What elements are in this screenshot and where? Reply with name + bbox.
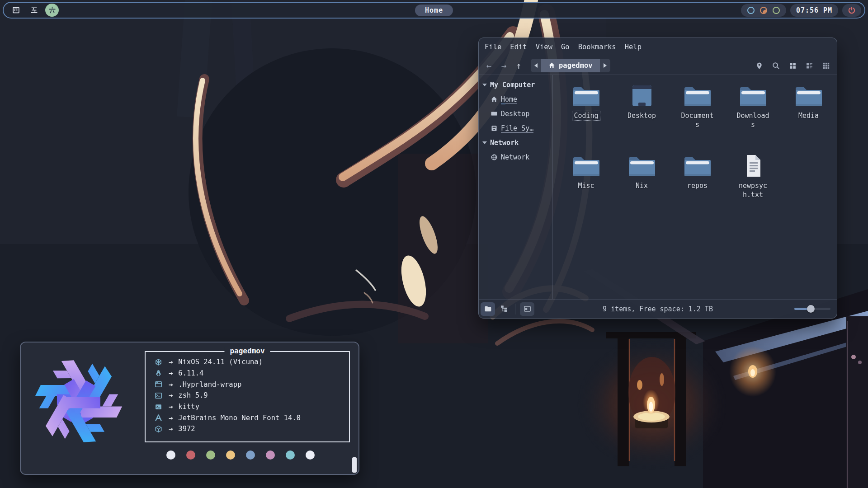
terminal-icon (155, 403, 162, 411)
menu-edit[interactable]: Edit (510, 43, 527, 51)
file-label: Media (797, 111, 821, 121)
up-button[interactable]: ↑ (511, 59, 526, 72)
file-item-newpsych-txt[interactable]: newpsych.txt (725, 148, 781, 218)
arrow-icon: → (169, 369, 173, 377)
workspace-5[interactable] (27, 4, 41, 17)
sidebar-item-home[interactable]: Home (479, 92, 552, 107)
menu-help[interactable]: Help (625, 43, 642, 51)
tree-view-icon (500, 305, 508, 313)
home-icon (548, 62, 555, 69)
folder-icon (684, 154, 712, 178)
menu-go[interactable]: Go (561, 43, 570, 51)
palette-dot-6 (286, 450, 295, 460)
panel-toggle-icon (524, 305, 531, 313)
workspace-4[interactable] (9, 4, 23, 17)
status-summary: 9 items, Free space: 1.2 TB (603, 305, 713, 313)
system-indicators[interactable] (741, 4, 786, 17)
fetch-line-os: → NixOS 24.11 (Vicuna) (153, 357, 345, 368)
places-pane-button[interactable] (481, 302, 495, 316)
folder-icon (739, 84, 767, 108)
location-button[interactable] (754, 60, 764, 71)
palette-dot-2 (206, 450, 215, 460)
workspace-switcher (9, 4, 59, 17)
sidebar-item-network[interactable]: Network (479, 150, 552, 164)
file-item-media[interactable]: Media (781, 78, 836, 148)
back-button[interactable]: ← (481, 59, 496, 72)
workspace-4-glyph (12, 6, 20, 14)
toolbar-view-controls (754, 56, 831, 75)
fetch-font-value: JetBrains Mono Nerd Font 14.0 (178, 414, 301, 422)
sidebar-item-label: Home (501, 95, 517, 104)
sidebar-section-network[interactable]: Network (479, 136, 552, 150)
fetch-line-terminal: → kitty (153, 401, 345, 413)
fetch-line-shell: → zsh 5.9 (153, 390, 345, 401)
file-label: Documents (678, 111, 717, 130)
menu-file[interactable]: File (485, 43, 501, 51)
shell-icon (155, 392, 162, 399)
breadcrumb-scroll-left[interactable] (531, 59, 541, 72)
menu-bookmarks[interactable]: Bookmarks (578, 43, 616, 51)
file-label: newpsych.txt (733, 181, 773, 200)
chevron-right-icon (604, 63, 607, 68)
sidebar-section-label: My Computer (490, 81, 535, 89)
terminal-scrollbar[interactable] (352, 457, 357, 473)
sidebar-section-my-computer[interactable]: My Computer (479, 78, 552, 92)
fetch-terminal-value: kitty (178, 403, 199, 411)
file-item-coding[interactable]: Coding (558, 78, 614, 148)
sidebar-item-file-system[interactable]: File Sy… (479, 121, 552, 136)
packages-icon (155, 425, 162, 433)
fetch-shell-value: zsh 5.9 (178, 391, 208, 399)
palette-dot-1 (186, 450, 195, 460)
expander-triangle-icon[interactable] (482, 84, 487, 86)
search-icon (772, 62, 780, 70)
palette-dot-7 (306, 450, 315, 460)
power-button[interactable] (842, 4, 861, 17)
file-item-desktop[interactable]: Desktop (614, 78, 670, 148)
palette-dot-3 (226, 450, 235, 460)
power-icon (848, 6, 856, 14)
menu-view[interactable]: View (536, 43, 552, 51)
file-label-selected: Coding (572, 111, 600, 121)
workspace-5-glyph (30, 6, 38, 14)
file-manager-window[interactable]: File Edit View Go Bookmarks Help ← → ↑ p… (478, 38, 837, 319)
sidebar-item-label: Network (501, 153, 529, 161)
breadcrumb-home-segment[interactable]: pagedmov (541, 59, 600, 72)
fetch-box: pagedmov → NixOS 24.11 (Vicuna) → 6.11.4… (145, 351, 350, 442)
file-item-misc[interactable]: Misc (558, 148, 614, 218)
expander-triangle-icon[interactable] (482, 141, 487, 144)
workspace-6-active[interactable] (45, 4, 59, 17)
file-item-documents[interactable]: Documents (670, 78, 725, 148)
forward-button[interactable]: → (496, 59, 511, 72)
menu-bar: File Edit View Go Bookmarks Help (479, 38, 837, 56)
zoom-slider[interactable] (794, 305, 830, 314)
top-bar: Home 07:56 PM (3, 2, 865, 19)
grid-view-icon (789, 62, 797, 70)
breadcrumb-path-label: pagedmov (559, 61, 593, 70)
linux-kernel-icon (155, 370, 162, 377)
file-item-repos[interactable]: repos (670, 148, 725, 218)
file-item-downloads[interactable]: Downloads (725, 78, 781, 148)
thumbnail-view-button[interactable] (821, 60, 831, 71)
slider-knob[interactable] (807, 305, 815, 313)
arrow-icon: → (169, 414, 173, 422)
list-view-icon (806, 62, 813, 70)
search-button[interactable] (770, 60, 781, 71)
sidebar-item-desktop[interactable]: Desktop (479, 107, 552, 121)
compact-view-button[interactable] (804, 60, 815, 71)
sidebar-section-label: Network (490, 139, 519, 147)
status-bar: 9 items, Free space: 1.2 TB (479, 299, 837, 318)
file-item-nix[interactable]: Nix (614, 148, 670, 218)
fetch-hostname: pagedmov (224, 347, 270, 355)
icon-view-button[interactable] (787, 60, 798, 71)
desktop-folder-icon (628, 84, 656, 108)
tree-pane-button[interactable] (497, 302, 511, 316)
side-pane-toggle-button[interactable] (520, 302, 534, 316)
clock[interactable]: 07:56 PM (790, 4, 838, 17)
chevron-left-icon (534, 63, 538, 68)
arrow-icon: → (169, 391, 173, 399)
active-window-title[interactable]: Home (415, 5, 453, 16)
sidebar-divider (552, 75, 553, 299)
terminal-window[interactable]: pagedmov → NixOS 24.11 (Vicuna) → 6.11.4… (20, 342, 359, 475)
breadcrumb-scroll-right[interactable] (600, 59, 610, 72)
file-grid: Coding Desktop Documents Downloads Media… (558, 78, 836, 218)
